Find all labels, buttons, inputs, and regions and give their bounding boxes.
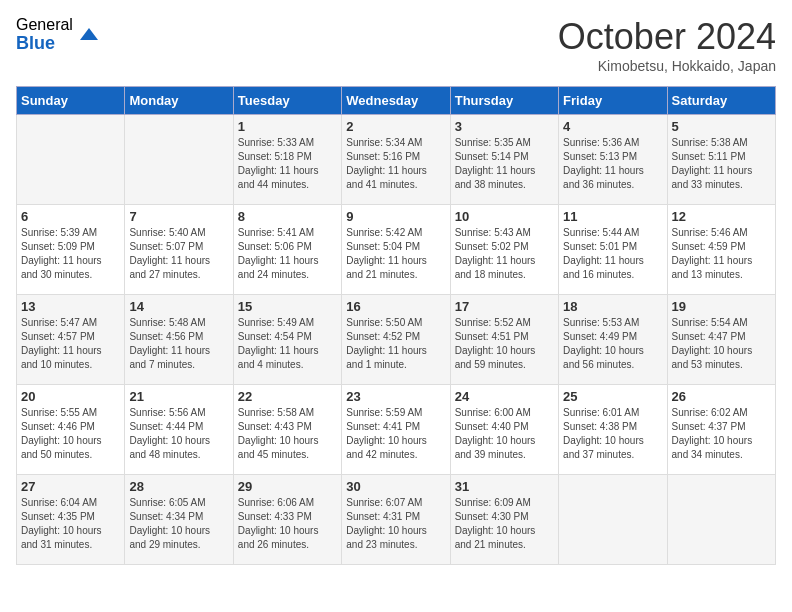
page-header: General Blue October 2024 Kimobetsu, Hok… [16, 16, 776, 74]
day-number: 8 [238, 209, 337, 224]
calendar-cell: 26Sunrise: 6:02 AM Sunset: 4:37 PM Dayli… [667, 385, 775, 475]
day-info: Sunrise: 5:48 AM Sunset: 4:56 PM Dayligh… [129, 316, 228, 372]
day-number: 12 [672, 209, 771, 224]
calendar-cell: 2Sunrise: 5:34 AM Sunset: 5:16 PM Daylig… [342, 115, 450, 205]
calendar-cell: 13Sunrise: 5:47 AM Sunset: 4:57 PM Dayli… [17, 295, 125, 385]
day-number: 27 [21, 479, 120, 494]
day-header-wednesday: Wednesday [342, 87, 450, 115]
calendar-cell: 15Sunrise: 5:49 AM Sunset: 4:54 PM Dayli… [233, 295, 341, 385]
calendar-cell: 11Sunrise: 5:44 AM Sunset: 5:01 PM Dayli… [559, 205, 667, 295]
calendar-body: 1Sunrise: 5:33 AM Sunset: 5:18 PM Daylig… [17, 115, 776, 565]
day-info: Sunrise: 6:02 AM Sunset: 4:37 PM Dayligh… [672, 406, 771, 462]
day-header-thursday: Thursday [450, 87, 558, 115]
days-row: SundayMondayTuesdayWednesdayThursdayFrid… [17, 87, 776, 115]
day-info: Sunrise: 6:00 AM Sunset: 4:40 PM Dayligh… [455, 406, 554, 462]
calendar-cell: 5Sunrise: 5:38 AM Sunset: 5:11 PM Daylig… [667, 115, 775, 205]
day-info: Sunrise: 5:35 AM Sunset: 5:14 PM Dayligh… [455, 136, 554, 192]
week-row-0: 1Sunrise: 5:33 AM Sunset: 5:18 PM Daylig… [17, 115, 776, 205]
day-number: 4 [563, 119, 662, 134]
day-number: 9 [346, 209, 445, 224]
day-number: 26 [672, 389, 771, 404]
calendar-cell: 22Sunrise: 5:58 AM Sunset: 4:43 PM Dayli… [233, 385, 341, 475]
week-row-4: 27Sunrise: 6:04 AM Sunset: 4:35 PM Dayli… [17, 475, 776, 565]
day-info: Sunrise: 5:46 AM Sunset: 4:59 PM Dayligh… [672, 226, 771, 282]
calendar-cell [17, 115, 125, 205]
day-info: Sunrise: 5:38 AM Sunset: 5:11 PM Dayligh… [672, 136, 771, 192]
day-number: 6 [21, 209, 120, 224]
day-info: Sunrise: 5:59 AM Sunset: 4:41 PM Dayligh… [346, 406, 445, 462]
day-info: Sunrise: 6:01 AM Sunset: 4:38 PM Dayligh… [563, 406, 662, 462]
day-number: 22 [238, 389, 337, 404]
logo-icon [77, 23, 101, 47]
day-info: Sunrise: 6:05 AM Sunset: 4:34 PM Dayligh… [129, 496, 228, 552]
logo-blue: Blue [16, 34, 73, 54]
day-number: 31 [455, 479, 554, 494]
calendar-cell: 16Sunrise: 5:50 AM Sunset: 4:52 PM Dayli… [342, 295, 450, 385]
calendar-cell: 28Sunrise: 6:05 AM Sunset: 4:34 PM Dayli… [125, 475, 233, 565]
day-info: Sunrise: 5:55 AM Sunset: 4:46 PM Dayligh… [21, 406, 120, 462]
week-row-3: 20Sunrise: 5:55 AM Sunset: 4:46 PM Dayli… [17, 385, 776, 475]
day-number: 1 [238, 119, 337, 134]
day-info: Sunrise: 6:07 AM Sunset: 4:31 PM Dayligh… [346, 496, 445, 552]
week-row-2: 13Sunrise: 5:47 AM Sunset: 4:57 PM Dayli… [17, 295, 776, 385]
day-info: Sunrise: 5:52 AM Sunset: 4:51 PM Dayligh… [455, 316, 554, 372]
day-number: 17 [455, 299, 554, 314]
day-info: Sunrise: 6:06 AM Sunset: 4:33 PM Dayligh… [238, 496, 337, 552]
day-info: Sunrise: 5:50 AM Sunset: 4:52 PM Dayligh… [346, 316, 445, 372]
day-number: 11 [563, 209, 662, 224]
calendar-cell: 8Sunrise: 5:41 AM Sunset: 5:06 PM Daylig… [233, 205, 341, 295]
calendar-cell [667, 475, 775, 565]
logo-text: General Blue [16, 16, 73, 53]
day-number: 10 [455, 209, 554, 224]
day-number: 13 [21, 299, 120, 314]
day-header-sunday: Sunday [17, 87, 125, 115]
location: Kimobetsu, Hokkaido, Japan [558, 58, 776, 74]
day-number: 29 [238, 479, 337, 494]
day-header-saturday: Saturday [667, 87, 775, 115]
day-info: Sunrise: 5:36 AM Sunset: 5:13 PM Dayligh… [563, 136, 662, 192]
calendar-cell: 30Sunrise: 6:07 AM Sunset: 4:31 PM Dayli… [342, 475, 450, 565]
day-info: Sunrise: 5:40 AM Sunset: 5:07 PM Dayligh… [129, 226, 228, 282]
day-number: 21 [129, 389, 228, 404]
day-number: 30 [346, 479, 445, 494]
day-number: 23 [346, 389, 445, 404]
day-number: 3 [455, 119, 554, 134]
calendar-cell: 29Sunrise: 6:06 AM Sunset: 4:33 PM Dayli… [233, 475, 341, 565]
title-block: October 2024 Kimobetsu, Hokkaido, Japan [558, 16, 776, 74]
day-number: 28 [129, 479, 228, 494]
calendar-cell: 18Sunrise: 5:53 AM Sunset: 4:49 PM Dayli… [559, 295, 667, 385]
day-number: 5 [672, 119, 771, 134]
calendar-cell [125, 115, 233, 205]
day-number: 25 [563, 389, 662, 404]
calendar-cell: 24Sunrise: 6:00 AM Sunset: 4:40 PM Dayli… [450, 385, 558, 475]
day-number: 18 [563, 299, 662, 314]
day-info: Sunrise: 5:44 AM Sunset: 5:01 PM Dayligh… [563, 226, 662, 282]
day-info: Sunrise: 5:39 AM Sunset: 5:09 PM Dayligh… [21, 226, 120, 282]
logo-general: General [16, 16, 73, 34]
day-info: Sunrise: 5:43 AM Sunset: 5:02 PM Dayligh… [455, 226, 554, 282]
calendar-cell: 3Sunrise: 5:35 AM Sunset: 5:14 PM Daylig… [450, 115, 558, 205]
calendar-cell: 1Sunrise: 5:33 AM Sunset: 5:18 PM Daylig… [233, 115, 341, 205]
calendar-table: SundayMondayTuesdayWednesdayThursdayFrid… [16, 86, 776, 565]
logo: General Blue [16, 16, 101, 53]
month-title: October 2024 [558, 16, 776, 58]
calendar-cell: 10Sunrise: 5:43 AM Sunset: 5:02 PM Dayli… [450, 205, 558, 295]
calendar-cell: 27Sunrise: 6:04 AM Sunset: 4:35 PM Dayli… [17, 475, 125, 565]
day-info: Sunrise: 5:33 AM Sunset: 5:18 PM Dayligh… [238, 136, 337, 192]
day-number: 19 [672, 299, 771, 314]
day-info: Sunrise: 5:53 AM Sunset: 4:49 PM Dayligh… [563, 316, 662, 372]
day-info: Sunrise: 5:49 AM Sunset: 4:54 PM Dayligh… [238, 316, 337, 372]
calendar-cell: 23Sunrise: 5:59 AM Sunset: 4:41 PM Dayli… [342, 385, 450, 475]
calendar-cell: 9Sunrise: 5:42 AM Sunset: 5:04 PM Daylig… [342, 205, 450, 295]
calendar-cell: 20Sunrise: 5:55 AM Sunset: 4:46 PM Dayli… [17, 385, 125, 475]
day-info: Sunrise: 5:47 AM Sunset: 4:57 PM Dayligh… [21, 316, 120, 372]
day-number: 15 [238, 299, 337, 314]
day-number: 2 [346, 119, 445, 134]
calendar-cell: 31Sunrise: 6:09 AM Sunset: 4:30 PM Dayli… [450, 475, 558, 565]
day-header-friday: Friday [559, 87, 667, 115]
calendar-cell [559, 475, 667, 565]
calendar-cell: 4Sunrise: 5:36 AM Sunset: 5:13 PM Daylig… [559, 115, 667, 205]
calendar-cell: 7Sunrise: 5:40 AM Sunset: 5:07 PM Daylig… [125, 205, 233, 295]
day-info: Sunrise: 6:09 AM Sunset: 4:30 PM Dayligh… [455, 496, 554, 552]
day-info: Sunrise: 5:41 AM Sunset: 5:06 PM Dayligh… [238, 226, 337, 282]
